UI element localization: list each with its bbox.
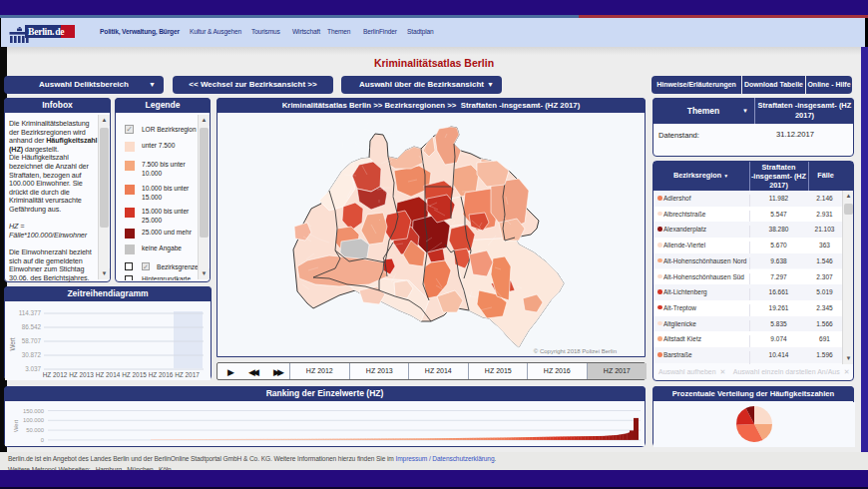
svg-text:86.542: 86.542 (22, 323, 42, 330)
svg-text:HZ 2017: HZ 2017 (175, 371, 200, 378)
svg-text:Wert: Wert (13, 420, 19, 433)
svg-text:114.377: 114.377 (19, 309, 42, 316)
svg-text:HZ 2015: HZ 2015 (122, 371, 147, 378)
svg-text:150.000: 150.000 (23, 408, 44, 414)
svg-text:Wert: Wert (9, 337, 16, 350)
svg-text:0: 0 (41, 437, 44, 443)
svg-text:58.707: 58.707 (22, 337, 42, 344)
svg-text:HZ 2016: HZ 2016 (149, 371, 174, 378)
svg-text:HZ 2014: HZ 2014 (96, 371, 121, 378)
svg-text:HZ 2013: HZ 2013 (69, 371, 94, 378)
svg-text:100.000: 100.000 (23, 417, 44, 423)
svg-text:50.000: 50.000 (26, 427, 44, 433)
svg-text:3.037: 3.037 (25, 365, 41, 372)
svg-text:30.872: 30.872 (22, 351, 42, 358)
svg-text:HZ 2012: HZ 2012 (43, 371, 68, 378)
